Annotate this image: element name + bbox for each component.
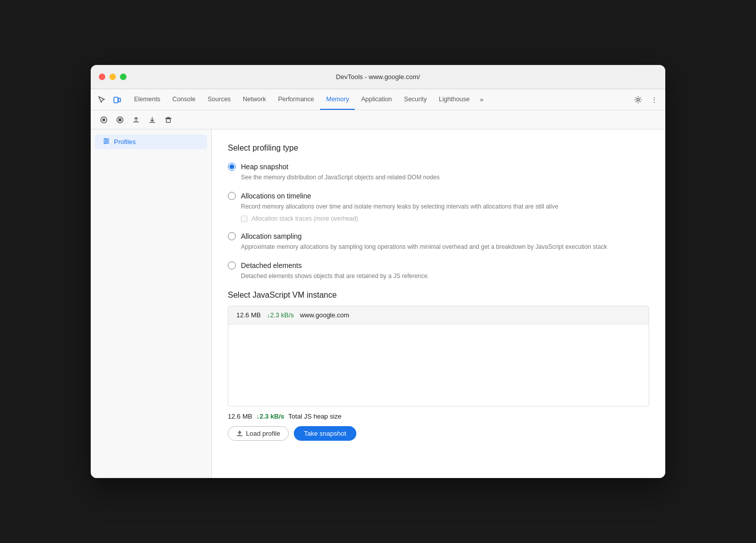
toolbar-right: ⋮	[631, 93, 661, 107]
allocation-stack-row: Allocation stack traces (more overhead)	[241, 215, 649, 222]
svg-rect-6	[118, 118, 121, 121]
svg-rect-1	[118, 98, 120, 102]
tab-lighthouse[interactable]: Lighthouse	[433, 89, 476, 110]
devtools-window: DevTools - www.google.com/ Elements Cons…	[91, 65, 665, 478]
heap-snapshot-desc: See the memory distribution of JavaScrip…	[241, 173, 649, 182]
sidebar-item-profiles[interactable]: Profiles	[95, 134, 207, 149]
tab-console[interactable]: Console	[166, 89, 202, 110]
sampling-label[interactable]: Allocation sampling	[241, 232, 302, 240]
bottom-stats: 12.6 MB ↓2.3 kB/s Total JS heap size	[228, 413, 649, 420]
close-button[interactable]	[99, 74, 105, 80]
content-panel: Select profiling type Heap snapshot See …	[212, 129, 665, 478]
svg-rect-8	[166, 119, 170, 122]
timeline-desc: Record memory allocations over time and …	[241, 202, 649, 211]
minimize-button[interactable]	[109, 74, 116, 80]
timeline-radio[interactable]	[228, 192, 236, 200]
svg-point-11	[105, 143, 106, 144]
inspect-icon[interactable]	[95, 93, 109, 107]
sub-toolbar	[91, 110, 665, 129]
device-icon[interactable]	[110, 93, 124, 107]
total-memory: 12.6 MB	[228, 413, 252, 420]
allocation-stack-checkbox[interactable]	[241, 216, 247, 222]
tab-elements[interactable]: Elements	[128, 89, 166, 110]
svg-point-9	[105, 139, 106, 140]
vm-memory: 12.6 MB	[236, 311, 261, 319]
sampling-radio[interactable]	[228, 232, 236, 240]
detached-option: Detached elements Detached elements show…	[228, 261, 649, 281]
heap-snapshot-option: Heap snapshot See the memory distributio…	[228, 163, 649, 182]
tab-bar: Elements Console Sources Network Perform…	[128, 89, 631, 110]
vm-instance-box[interactable]: 12.6 MB ↓2.3 kB/s www.google.com	[228, 306, 649, 406]
sidebar-item-label: Profiles	[114, 138, 136, 146]
maximize-button[interactable]	[120, 74, 127, 80]
timeline-label[interactable]: Allocations on timeline	[241, 192, 311, 200]
tab-performance[interactable]: Performance	[272, 89, 321, 110]
profiling-type-title: Select profiling type	[228, 144, 649, 153]
detached-label[interactable]: Detached elements	[241, 261, 302, 269]
vm-section-title: Select JavaScript VM instance	[228, 291, 649, 300]
sampling-header: Allocation sampling	[228, 232, 649, 240]
settings-icon[interactable]	[631, 93, 645, 107]
tab-memory[interactable]: Memory	[320, 89, 355, 110]
total-label: Total JS heap size	[288, 413, 342, 420]
load-profile-button[interactable]: Load profile	[228, 426, 289, 441]
record-icon[interactable]	[97, 113, 111, 127]
tab-sources[interactable]: Sources	[202, 89, 237, 110]
timeline-option: Allocations on timeline Record memory al…	[228, 192, 649, 222]
upload-icon[interactable]	[129, 113, 143, 127]
take-snapshot-button[interactable]: Take snapshot	[294, 426, 356, 441]
toolbar-icons	[95, 93, 124, 107]
bottom-bar: 12.6 MB ↓2.3 kB/s Total JS heap size Loa…	[228, 406, 649, 441]
vm-url: www.google.com	[300, 311, 349, 319]
titlebar: DevTools - www.google.com/	[91, 65, 665, 89]
tab-security[interactable]: Security	[398, 89, 433, 110]
window-title: DevTools - www.google.com/	[336, 73, 420, 81]
detached-radio[interactable]	[228, 261, 236, 269]
sidebar: Profiles	[91, 129, 212, 478]
svg-point-2	[637, 98, 640, 101]
vm-rate: ↓2.3 kB/s	[267, 311, 293, 319]
bottom-buttons: Load profile Take snapshot	[228, 426, 649, 441]
main-toolbar: Elements Console Sources Network Perform…	[91, 89, 665, 110]
detached-desc: Detached elements shows objects that are…	[241, 272, 649, 281]
load-profile-label: Load profile	[246, 430, 280, 437]
svg-point-4	[102, 118, 105, 121]
more-tabs-button[interactable]: »	[476, 96, 487, 103]
detached-header: Detached elements	[228, 261, 649, 269]
main-content: Profiles Select profiling type Heap snap…	[91, 129, 665, 478]
sampling-option: Allocation sampling Approximate memory a…	[228, 232, 649, 251]
take-snapshot-label: Take snapshot	[304, 430, 346, 437]
sampling-desc: Approximate memory allocations by sampli…	[241, 242, 649, 251]
upload-arrow-icon	[236, 430, 243, 437]
svg-point-10	[107, 141, 108, 142]
clear-icon[interactable]	[161, 113, 175, 127]
sliders-icon	[103, 138, 110, 146]
download-icon[interactable]	[145, 113, 159, 127]
more-options-icon[interactable]: ⋮	[647, 93, 661, 107]
timeline-header: Allocations on timeline	[228, 192, 649, 200]
heap-snapshot-radio[interactable]	[228, 163, 236, 171]
total-rate: ↓2.3 kB/s	[256, 413, 284, 420]
traffic-lights	[99, 74, 127, 80]
tab-application[interactable]: Application	[355, 89, 398, 110]
vm-instance-row[interactable]: 12.6 MB ↓2.3 kB/s www.google.com	[228, 306, 649, 324]
svg-rect-0	[114, 97, 118, 103]
allocation-stack-label: Allocation stack traces (more overhead)	[251, 215, 358, 222]
stop-icon[interactable]	[113, 113, 127, 127]
heap-snapshot-header: Heap snapshot	[228, 163, 649, 171]
tab-network[interactable]: Network	[237, 89, 272, 110]
heap-snapshot-label[interactable]: Heap snapshot	[241, 163, 288, 171]
